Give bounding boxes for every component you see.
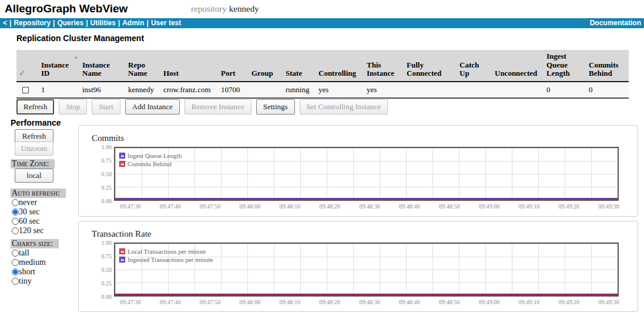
col-port[interactable]: Port	[219, 50, 249, 82]
cell-state: running	[283, 82, 316, 98]
col-ingest-queue-length[interactable]: Ingest Queue Length	[544, 50, 586, 82]
cluster-actions: Refresh Stop Start Add Instance Remove I…	[16, 99, 390, 115]
time-zone-button[interactable]: local	[15, 169, 53, 183]
transaction-rate-chart-panel: Transaction Rate 1.00 0.75 0.50 0.25 0.0…	[78, 221, 638, 312]
cell-instance-id: 1	[39, 82, 80, 98]
cell-this-instance: yes	[364, 82, 404, 98]
auto-refresh-label: Auto refresh:	[11, 189, 66, 198]
cell-fully-connected	[404, 82, 457, 98]
y-tick: 0.75	[92, 253, 112, 260]
col-controlling[interactable]: Controlling	[316, 50, 364, 82]
radio-icon	[12, 278, 19, 285]
row-checkbox[interactable]	[22, 87, 29, 93]
settings-button[interactable]: Settings	[256, 99, 295, 115]
series-swatch-icon	[119, 161, 125, 167]
cell-instance-name: inst96	[80, 82, 126, 98]
col-repo-name[interactable]: Repo Name	[126, 50, 161, 82]
select-all-header[interactable]: ✓	[16, 50, 39, 82]
y-tick: 0.00	[92, 198, 112, 204]
auto-refresh-30sec[interactable]: 30 sec	[12, 207, 39, 217]
radio-icon	[12, 208, 19, 216]
nav-item-user[interactable]: User test	[151, 19, 181, 27]
col-host[interactable]: Host	[161, 50, 219, 82]
series-swatch-icon	[119, 248, 125, 254]
nav-separator: |	[9, 19, 11, 27]
row-select-cell	[16, 82, 39, 98]
nav-item-admin[interactable]: Admin	[122, 19, 144, 27]
nav-separator: |	[86, 19, 88, 27]
radio-icon	[12, 227, 19, 234]
col-state[interactable]: State	[283, 50, 316, 82]
start-button: Start	[92, 99, 120, 115]
radio-icon	[12, 259, 19, 266]
table-row: 1 inst96 kennedy crow.franz.com 10700 ru…	[16, 82, 629, 98]
nav-item-utilities[interactable]: Utilities	[90, 19, 115, 27]
y-tick: 0.50	[92, 267, 112, 273]
radio-icon	[12, 250, 19, 257]
radio-icon	[12, 218, 19, 225]
auto-refresh-never[interactable]: never	[12, 198, 37, 207]
auto-refresh-60sec[interactable]: 60 sec	[12, 217, 39, 226]
stop-button: Stop	[59, 99, 87, 115]
charts-size-short[interactable]: short	[12, 267, 35, 277]
transaction-rate-chart-title: Transaction Rate	[92, 229, 152, 239]
nav-item-documentation[interactable]: Documentation	[590, 18, 641, 28]
y-tick: 0.00	[92, 294, 112, 300]
col-instance-name[interactable]: Instance Name	[80, 50, 126, 82]
cell-catch-up	[457, 82, 492, 98]
zero-value-line	[115, 198, 618, 200]
series-swatch-icon	[119, 257, 125, 262]
page-title: Replication Cluster Management	[16, 33, 144, 43]
main-nav: <|Repository|Queries|Utilities|Admin|Use…	[0, 18, 644, 28]
zero-value-line	[115, 294, 618, 295]
commits-plot-area[interactable]: Ingest Queue Length Commits Behind	[114, 147, 619, 201]
remove-instance-button: Remove Instance	[185, 99, 251, 115]
cell-port: 10700	[219, 82, 249, 98]
y-tick: 0.50	[92, 171, 112, 177]
nav-item-queries[interactable]: Queries	[57, 19, 83, 27]
transaction-rate-plot-area[interactable]: Local Transactions per minute Ingested T…	[114, 243, 619, 297]
charts-size-tiny[interactable]: tiny	[12, 277, 32, 286]
repository-name: kennedy	[229, 4, 259, 14]
series-swatch-icon	[119, 153, 125, 159]
cell-controlling: yes	[316, 82, 364, 98]
col-group[interactable]: Group	[249, 50, 283, 82]
radio-icon	[12, 268, 19, 275]
legend-item: Commits Behind	[119, 159, 182, 167]
time-zone-label: Time Zone:	[11, 159, 55, 169]
y-tick: 0.75	[92, 157, 112, 164]
charts-size-medium[interactable]: medium	[12, 258, 46, 267]
refresh-button[interactable]: Refresh	[16, 99, 54, 115]
legend-item: Local Transactions per minute	[119, 247, 213, 255]
auto-refresh-120sec[interactable]: 120 sec	[12, 226, 43, 235]
y-tick: 1.00	[92, 144, 112, 150]
col-catch-up[interactable]: Catch Up	[457, 50, 492, 82]
col-fully-connected[interactable]: Fully Connected	[404, 50, 457, 82]
sort-asc-icon: ▲	[73, 55, 78, 60]
col-commits-behind[interactable]: Commits Behind	[586, 50, 629, 82]
charts-size-tall[interactable]: tall	[12, 248, 29, 258]
cell-repo-name: kennedy	[126, 82, 161, 98]
nav-back-chevron-icon[interactable]: <	[3, 19, 7, 27]
add-instance-button[interactable]: Add Instance	[125, 99, 180, 115]
col-instance-id[interactable]: Instance ID▲	[39, 50, 80, 82]
y-tick: 0.25	[92, 184, 112, 191]
cluster-table: ✓ Instance ID▲ Instance Name Repo Name H…	[16, 50, 629, 99]
commits-x-axis: 09:47:3009:47:4009:47:5009:48:0009:48:10…	[120, 203, 619, 210]
checkmark-icon: ✓	[19, 69, 26, 78]
repository-label: repository	[191, 4, 227, 14]
nav-separator: |	[118, 19, 120, 27]
nav-item-repository[interactable]: Repository	[14, 19, 51, 27]
set-controlling-instance-button: Set Controlling Instance	[300, 99, 388, 115]
app-title: AllegroGraph WebView	[5, 2, 128, 15]
cell-commits-behind: 0	[586, 82, 629, 98]
radio-icon	[12, 199, 19, 206]
nav-separator: |	[147, 19, 149, 27]
col-unconnected[interactable]: Unconnected	[492, 50, 544, 82]
y-tick: 1.00	[92, 240, 112, 246]
commits-chart-panel: Commits 1.00 0.75 0.50 0.25 0.00 Ingest …	[78, 125, 638, 217]
legend-item: Ingested Transactions per minute	[119, 255, 213, 263]
col-this-instance[interactable]: This Instance	[364, 50, 404, 82]
cell-host: crow.franz.com	[161, 82, 219, 98]
y-tick: 0.25	[92, 280, 112, 287]
